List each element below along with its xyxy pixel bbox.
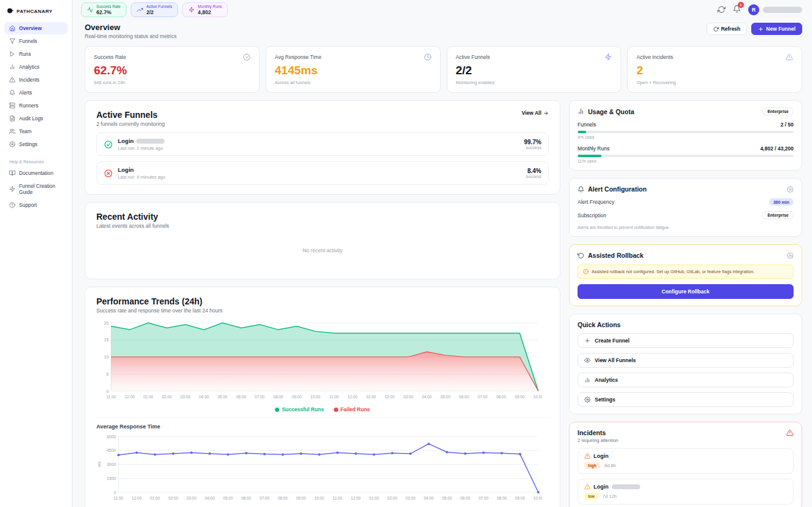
- stat-card-success-rate: Success Rate 62.7% 646 runs in 24h: [85, 46, 260, 93]
- main-area: Success Rate 62.7% Active Funnels 2/2 Mo…: [72, 0, 812, 507]
- sidebar-item-overview[interactable]: Overview: [4, 22, 68, 34]
- user-name-redacted: [763, 7, 802, 13]
- sidebar-item-team[interactable]: Team: [4, 125, 68, 137]
- stat-label: Success Rate: [94, 54, 126, 60]
- topbar: Success Rate 62.7% Active Funnels 2/2 Mo…: [72, 0, 812, 17]
- svg-text:0: 0: [106, 389, 109, 393]
- brand-logo[interactable]: PATHCANARY: [4, 5, 68, 22]
- funnel-row[interactable]: Login Last run: 9 minutes ago 8.4% succe…: [96, 161, 549, 185]
- sidebar: PATHCANARY Overview Funnels Runs Analyti…: [0, 0, 72, 507]
- svg-text:11:00: 11:00: [114, 496, 123, 500]
- svg-text:12:00: 12:00: [132, 496, 142, 500]
- svg-text:10: 10: [104, 355, 109, 359]
- pill-label: Monthly Runs: [198, 4, 222, 9]
- gear-icon: [584, 397, 590, 403]
- sidebar-item-label: Funnels: [19, 38, 37, 44]
- sidebar-item-documentation[interactable]: Documentation: [4, 167, 68, 179]
- incident-item[interactable]: Login low 7d 12h: [578, 479, 794, 505]
- left-column: Active Funnels 2 funnels currently monit…: [85, 100, 560, 507]
- quick-action-label: Settings: [595, 397, 616, 403]
- refresh-icon[interactable]: [717, 6, 725, 14]
- usage-quota-card: Usage & Quota Enterprise Funnels 2 / 50 …: [569, 100, 802, 171]
- usage-row-funnels: Funnels 2 / 50 4% used: [578, 122, 794, 139]
- play-icon: [9, 51, 15, 57]
- monthly-runs-pill[interactable]: Monthly Runs 4,802: [182, 2, 228, 17]
- svg-text:09:00: 09:00: [515, 395, 525, 399]
- user-menu[interactable]: R: [748, 4, 802, 15]
- create-funnel-button[interactable]: Create Funnel: [578, 333, 794, 348]
- bar-chart-icon: [584, 377, 590, 383]
- settings-button[interactable]: Settings: [578, 392, 794, 407]
- config-label: Alert Frequency: [578, 199, 614, 205]
- incident-name: Login: [594, 484, 609, 490]
- bar-chart-icon: [9, 64, 15, 70]
- sidebar-item-settings[interactable]: Settings: [4, 138, 68, 150]
- sidebar-item-runners[interactable]: Runners: [4, 99, 68, 112]
- stat-label: Active Funnels: [456, 54, 490, 60]
- alert-triangle-icon: [786, 429, 794, 436]
- svg-text:09:00: 09:00: [296, 496, 306, 500]
- avatar: R: [748, 4, 759, 15]
- incident-duration: 7d 12h: [603, 493, 617, 499]
- stat-sub: Monitoring enabled: [456, 80, 613, 85]
- sidebar-item-analytics[interactable]: Analytics: [4, 61, 68, 73]
- configure-rollback-button[interactable]: Configure Rollback: [578, 284, 794, 299]
- sidebar-item-funnel-creation-guide[interactable]: Funnel Creation Guide: [4, 180, 68, 198]
- svg-text:01:00: 01:00: [366, 395, 376, 399]
- funnel-row[interactable]: Login Last run: 1 minute ago 99.7% succe…: [96, 133, 549, 156]
- refresh-button[interactable]: Refresh: [706, 23, 748, 35]
- plus-icon: [584, 338, 590, 344]
- bar-chart-icon: [578, 108, 584, 115]
- card-title: Usage & Quota: [588, 108, 634, 115]
- status-ok-icon: [104, 140, 113, 149]
- gear-icon[interactable]: [787, 186, 794, 193]
- gear-icon[interactable]: [787, 252, 794, 259]
- analytics-button[interactable]: Analytics: [578, 373, 794, 387]
- view-all-funnels-button[interactable]: View All Funnels: [578, 353, 794, 368]
- sidebar-item-label: Incidents: [19, 77, 39, 83]
- sidebar-item-alerts[interactable]: Alerts: [4, 87, 68, 99]
- home-icon: [9, 25, 15, 31]
- sidebar-item-audit-logs[interactable]: Audit Logs: [4, 112, 68, 125]
- alert-triangle-icon: [9, 77, 15, 83]
- svg-text:03:00: 03:00: [180, 395, 190, 399]
- new-funnel-button[interactable]: New Funnel: [751, 23, 802, 35]
- success-rate-pill[interactable]: Success Rate 62.7%: [81, 2, 126, 17]
- incident-duration: 8d 8h: [605, 463, 616, 468]
- sidebar-item-support[interactable]: Support: [4, 199, 68, 211]
- brand-name: PATHCANARY: [17, 9, 53, 14]
- alert-configuration-card: Alert Configuration Alert Frequency 360 …: [569, 178, 802, 237]
- usage-label: Monthly Runs: [578, 145, 609, 152]
- card-title: Active Funnels: [96, 110, 165, 120]
- svg-text:06:00: 06:00: [236, 395, 246, 399]
- sidebar-item-funnels[interactable]: Funnels: [4, 35, 68, 47]
- pill-value: 62.7%: [96, 9, 120, 15]
- performance-trends-card: Performance Trends (24h) Success rate an…: [85, 287, 560, 507]
- svg-text:04:00: 04:00: [199, 395, 209, 399]
- svg-text:02:00: 02:00: [162, 395, 172, 399]
- incident-item[interactable]: Login high 8d 8h: [578, 448, 794, 474]
- assisted-rollback-card: Assisted Rollback Assisted rollback not …: [569, 244, 802, 306]
- refresh-icon: [713, 26, 719, 32]
- progress-fill: [578, 131, 586, 133]
- svg-text:02:00: 02:00: [387, 496, 397, 500]
- view-all-link[interactable]: View All: [522, 110, 549, 116]
- help-circle-icon: [9, 202, 15, 208]
- funnel-name-redacted: [136, 139, 164, 144]
- incident-name: Login: [594, 453, 609, 459]
- svg-text:09:00: 09:00: [292, 395, 302, 399]
- svg-text:3000: 3000: [107, 462, 116, 466]
- notifications-button[interactable]: 1: [733, 4, 741, 15]
- stats-row: Success Rate 62.7% 646 runs in 24h Avg R…: [85, 46, 802, 93]
- stat-value: 2/2: [456, 64, 613, 77]
- stat-sub: Across all funnels: [275, 80, 431, 85]
- active-funnels-pill[interactable]: Active Funnels 2/2: [131, 2, 178, 17]
- rollback-warning: Assisted rollback not configured. Set up…: [578, 265, 794, 279]
- bell-icon: [578, 186, 584, 193]
- sidebar-item-label: Funnel Creation Guide: [19, 183, 63, 195]
- sidebar-item-runs[interactable]: Runs: [4, 48, 68, 60]
- svg-text:12:00: 12:00: [125, 395, 134, 399]
- sidebar-item-incidents[interactable]: Incidents: [4, 74, 68, 86]
- quick-actions-card: Quick Actions Create Funnel View All Fun…: [569, 314, 802, 414]
- sidebar-item-label: Team: [19, 128, 31, 134]
